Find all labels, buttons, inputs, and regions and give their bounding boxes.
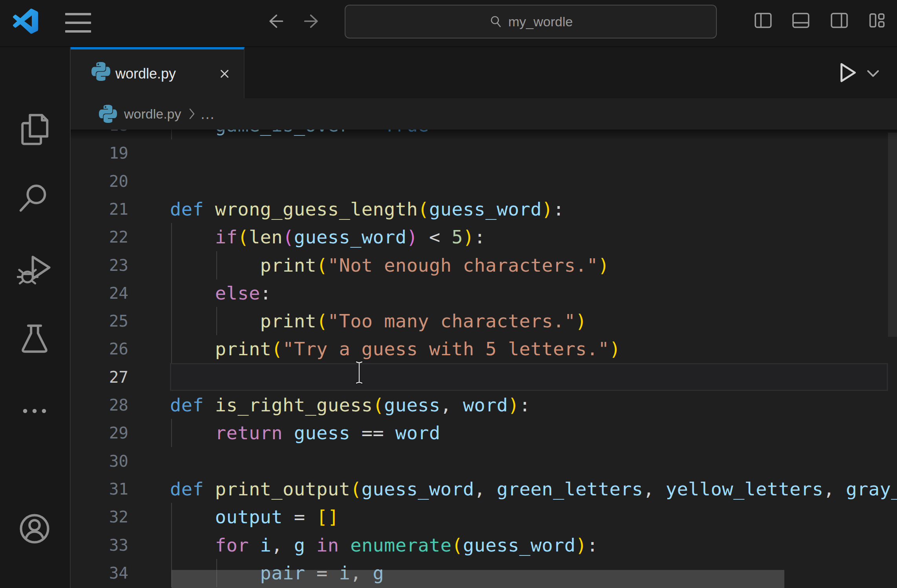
code-text: for i, g in enumerate(guess_word): — [170, 531, 598, 559]
tab-wordle-py[interactable]: wordle.py — [71, 47, 245, 98]
code-text: print("Too many characters.") — [170, 307, 587, 335]
editor-group: wordle.py wordle.py … 18 game_is_over = … — [71, 47, 897, 588]
code-line-31[interactable]: 31def print_output(guess_word, green_let… — [71, 475, 897, 503]
indent-guide — [171, 130, 172, 139]
line-number-33[interactable]: 33 — [71, 531, 128, 559]
search-input[interactable]: my_wordle — [345, 5, 717, 38]
line-number-31[interactable]: 31 — [71, 475, 128, 503]
tab-label: wordle.py — [115, 49, 176, 98]
code-line-27[interactable]: 27 — [71, 363, 897, 391]
python-environments-icon[interactable] — [17, 579, 52, 588]
code-line-32[interactable]: 32 output = [] — [71, 503, 897, 531]
search-sidebar-icon[interactable] — [17, 181, 52, 217]
breadcrumbs: wordle.py … — [71, 98, 897, 130]
code-text: def wrong_guess_length(guess_word): — [170, 195, 564, 223]
forward-arrow-icon[interactable] — [302, 11, 323, 31]
code-text: return guess == word — [170, 419, 440, 447]
search-value: my_wordle — [508, 14, 573, 29]
code-line-33[interactable]: 33 for i, g in enumerate(guess_word): — [71, 531, 897, 559]
search-icon — [489, 15, 503, 29]
code-text: output = [] — [170, 503, 339, 531]
horizontal-scrollbar[interactable] — [172, 570, 784, 588]
code-line-25[interactable]: 25 print("Too many characters.") — [71, 307, 897, 335]
code-line-29[interactable]: 29 return guess == word — [71, 419, 897, 447]
code-text: print("Try a guess with 5 letters.") — [170, 335, 621, 363]
explorer-icon[interactable] — [17, 111, 52, 146]
code-line-30[interactable]: 30 — [71, 447, 897, 475]
line-number-23[interactable]: 23 — [71, 251, 128, 279]
code-text: def print_output(guess_word, green_lette… — [170, 475, 897, 503]
run-python-file-icon[interactable] — [834, 60, 860, 86]
line-number-19[interactable]: 19 — [71, 139, 128, 167]
code-text: game_is_over = True — [170, 130, 429, 139]
code-text: if(len(guess_word) < 5): — [170, 223, 486, 251]
code-line-24[interactable]: 24 else: — [71, 279, 897, 307]
line-number-22[interactable]: 22 — [71, 223, 128, 251]
line-number-27[interactable]: 27 — [71, 363, 128, 391]
editor-actions — [834, 55, 893, 90]
line-number-25[interactable]: 25 — [71, 307, 128, 335]
code-line-19[interactable]: 19 — [71, 139, 897, 167]
code-text: print("Not enough characters.") — [170, 251, 609, 279]
code-line-28[interactable]: 28def is_right_guess(guess, word): — [71, 391, 897, 419]
code-editor[interactable]: 18 game_is_over = True192021def wrong_gu… — [71, 130, 897, 588]
code-line-21[interactable]: 21def wrong_guess_length(guess_word): — [71, 195, 897, 223]
run-options-chevron-icon[interactable] — [865, 64, 881, 82]
more-views-icon[interactable] — [17, 393, 52, 429]
breadcrumb-separator-icon — [188, 107, 196, 121]
code-line-23[interactable]: 23 print("Not enough characters.") — [71, 251, 897, 279]
code-text: else: — [170, 279, 271, 307]
code-line-26[interactable]: 26 print("Try a guess with 5 letters.") — [71, 335, 897, 363]
code-line-18[interactable]: 18 game_is_over = True — [71, 130, 897, 139]
menu-icon[interactable] — [65, 12, 91, 34]
python-file-icon — [91, 62, 110, 81]
code-line-20[interactable]: 20 — [71, 167, 897, 195]
breadcrumb-file[interactable]: wordle.py — [124, 106, 181, 122]
line-number-21[interactable]: 21 — [71, 195, 128, 223]
vscode-logo-icon — [13, 9, 38, 34]
code-line-22[interactable]: 22 if(len(guess_word) < 5): — [71, 223, 897, 251]
line-number-26[interactable]: 26 — [71, 335, 128, 363]
line-number-18[interactable]: 18 — [71, 130, 128, 139]
tab-close-icon[interactable] — [214, 64, 235, 84]
toggle-secondary-sidebar-icon[interactable] — [828, 9, 850, 31]
toggle-panel-icon[interactable] — [790, 9, 812, 31]
line-number-29[interactable]: 29 — [71, 419, 128, 447]
breadcrumb-more[interactable]: … — [200, 110, 215, 118]
line-number-28[interactable]: 28 — [71, 391, 128, 419]
python-file-icon — [99, 105, 117, 123]
line-number-32[interactable]: 32 — [71, 503, 128, 531]
run-debug-icon[interactable] — [17, 253, 52, 288]
customize-layout-icon[interactable] — [866, 9, 888, 31]
line-number-30[interactable]: 30 — [71, 447, 128, 475]
tab-bar: wordle.py — [71, 47, 897, 98]
title-bar: my_wordle — [0, 0, 897, 47]
code-text: def is_right_guess(guess, word): — [170, 391, 530, 419]
activity-bar — [0, 47, 71, 588]
line-number-24[interactable]: 24 — [71, 279, 128, 307]
account-icon[interactable] — [17, 511, 52, 546]
line-number-34[interactable]: 34 — [71, 559, 128, 587]
line-number-20[interactable]: 20 — [71, 167, 128, 195]
toggle-primary-sidebar-icon[interactable] — [752, 9, 774, 31]
testing-icon[interactable] — [17, 322, 52, 357]
back-arrow-icon[interactable] — [265, 11, 285, 31]
vertical-scrollbar[interactable] — [888, 130, 897, 588]
